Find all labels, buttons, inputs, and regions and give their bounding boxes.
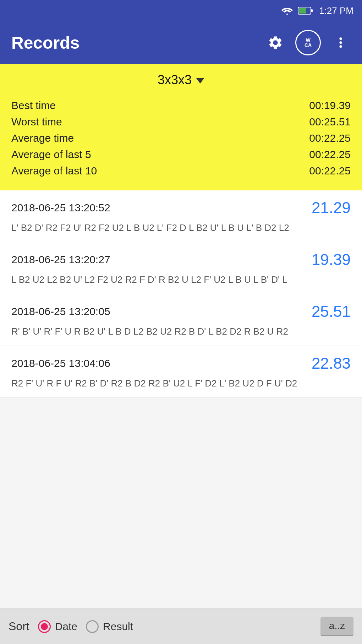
record-time: 25.51	[312, 303, 351, 320]
record-date: 2018-06-25 13:20:05	[11, 305, 110, 318]
record-date: 2018-06-25 13:04:06	[11, 357, 110, 369]
record-item[interactable]: 2018-06-25 13:20:05 25.51 R' B' U' R' F'…	[0, 294, 362, 346]
wca-button[interactable]: W CA	[295, 30, 321, 55]
sort-date-option[interactable]: Date	[38, 620, 77, 633]
worst-time-label: Worst time	[11, 116, 62, 128]
more-options-button[interactable]	[331, 33, 351, 53]
app-bar-icons: W CA	[265, 30, 351, 55]
puzzle-name: 3x3x3	[158, 72, 192, 87]
record-item[interactable]: 2018-06-25 13:04:06 22.83 R2 F' U' R F U…	[0, 346, 362, 398]
records-list: 2018-06-25 13:20:52 21.29 L' B2 D' R2 F2…	[0, 190, 362, 608]
best-time-value: 00:19.39	[309, 99, 351, 112]
avg-time-value: 00:22.25	[309, 132, 351, 144]
record-scramble: R2 F' U' R F U' R2 B' D' R2 B D2 R2 B' U…	[11, 377, 351, 390]
sort-az-button[interactable]: a..z	[320, 617, 353, 636]
status-time: 1:27 PM	[319, 5, 353, 16]
record-scramble: R' B' U' R' F' U R B2 U' L B D L2 B2 U2 …	[11, 325, 351, 339]
avg-last5-value: 00:22.25	[309, 148, 351, 161]
record-scramble: L' B2 D' R2 F2 U' R2 F2 U2 L B U2 L' F2 …	[11, 221, 351, 235]
battery-icon	[298, 6, 313, 15]
gear-icon	[268, 35, 283, 50]
record-time: 21.29	[312, 199, 351, 217]
record-header: 2018-06-25 13:20:27 19.39	[11, 251, 351, 269]
puzzle-dropdown-arrow[interactable]	[196, 78, 204, 83]
main-content: 3x3x3 Best time 00:19.39 Worst time 00:2…	[0, 64, 362, 644]
stat-worst-time: Worst time 00:25.51	[11, 114, 351, 130]
svg-rect-2	[311, 9, 313, 12]
app-bar: Records W CA	[0, 21, 362, 64]
avg-last10-label: Average of last 10	[11, 165, 97, 177]
wca-label: W	[306, 38, 310, 43]
record-time: 19.39	[312, 251, 351, 269]
records-container: 2018-06-25 13:20:52 21.29 L' B2 D' R2 F2…	[0, 190, 362, 398]
sort-date-radio[interactable]	[38, 620, 51, 633]
puzzle-selector[interactable]: 3x3x3	[11, 72, 351, 87]
stat-avg-last5: Average of last 5 00:22.25	[11, 146, 351, 163]
record-header: 2018-06-25 13:20:05 25.51	[11, 303, 351, 320]
worst-time-value: 00:25.51	[309, 116, 351, 128]
sort-result-label: Result	[103, 621, 133, 633]
svg-rect-1	[299, 8, 306, 13]
settings-button[interactable]	[265, 33, 285, 53]
sort-date-label: Date	[55, 621, 77, 633]
stat-avg-time: Average time 00:22.25	[11, 130, 351, 146]
more-dots-icon	[333, 35, 349, 50]
record-header: 2018-06-25 13:20:52 21.29	[11, 199, 351, 217]
stat-best-time: Best time 00:19.39	[11, 97, 351, 114]
wca-label2: CA	[305, 43, 312, 48]
stats-panel: 3x3x3 Best time 00:19.39 Worst time 00:2…	[0, 64, 362, 190]
sort-result-radio[interactable]	[86, 620, 99, 633]
status-icons	[281, 6, 313, 16]
sort-result-option[interactable]: Result	[86, 620, 133, 633]
best-time-label: Best time	[11, 99, 56, 112]
avg-time-label: Average time	[11, 132, 74, 144]
record-item[interactable]: 2018-06-25 13:20:52 21.29 L' B2 D' R2 F2…	[0, 190, 362, 242]
avg-last10-value: 00:22.25	[309, 165, 351, 177]
record-time: 22.83	[312, 355, 351, 372]
page-title: Records	[11, 33, 258, 53]
status-bar: 1:27 PM	[0, 0, 362, 21]
wifi-icon	[281, 6, 294, 16]
record-item[interactable]: 2018-06-25 13:20:27 19.39 L B2 U2 L2 B2 …	[0, 242, 362, 294]
avg-last5-label: Average of last 5	[11, 148, 91, 161]
record-header: 2018-06-25 13:04:06 22.83	[11, 355, 351, 372]
stat-avg-last10: Average of last 10 00:22.25	[11, 163, 351, 179]
record-scramble: L B2 U2 L2 B2 U' L2 F2 U2 R2 F D' R B2 U…	[11, 273, 351, 287]
sort-bar: Sort Date Result a..z	[0, 608, 362, 644]
sort-date-radio-fill	[41, 623, 48, 630]
record-date: 2018-06-25 13:20:27	[11, 254, 110, 266]
record-date: 2018-06-25 13:20:52	[11, 202, 110, 214]
sort-label: Sort	[9, 620, 29, 633]
